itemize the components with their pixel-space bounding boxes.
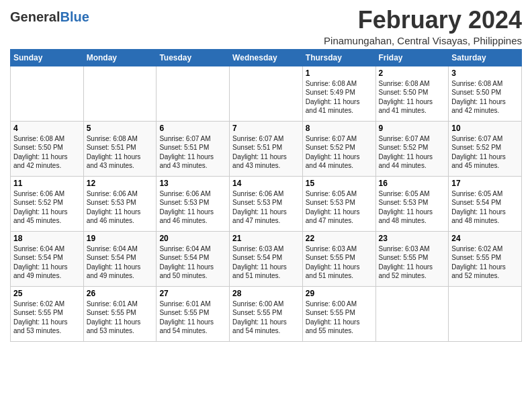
day-info: Sunrise: 6:06 AM Sunset: 5:52 PM Dayligh…: [13, 189, 81, 226]
calendar-cell: 18Sunrise: 6:04 AM Sunset: 5:54 PM Dayli…: [11, 231, 84, 286]
calendar-cell: 1Sunrise: 6:08 AM Sunset: 5:49 PM Daylig…: [302, 66, 375, 121]
calendar-cell: [83, 66, 157, 121]
column-header-thursday: Thursday: [302, 49, 375, 66]
calendar-cell: [230, 66, 303, 121]
day-info: Sunrise: 6:08 AM Sunset: 5:51 PM Dayligh…: [87, 134, 154, 171]
calendar-cell: 21Sunrise: 6:03 AM Sunset: 5:54 PM Dayli…: [230, 231, 303, 286]
day-info: Sunrise: 6:02 AM Sunset: 5:55 PM Dayligh…: [451, 244, 519, 281]
day-number: 23: [379, 234, 446, 243]
calendar-cell: 3Sunrise: 6:08 AM Sunset: 5:50 PM Daylig…: [449, 66, 522, 121]
location-title: Pinamungahan, Central Visayas, Philippin…: [324, 35, 522, 46]
day-number: 18: [13, 234, 81, 243]
calendar-cell: [449, 286, 522, 341]
calendar-cell: 14Sunrise: 6:06 AM Sunset: 5:53 PM Dayli…: [230, 176, 303, 231]
calendar-cell: 29Sunrise: 6:00 AM Sunset: 5:55 PM Dayli…: [302, 286, 375, 341]
calendar-cell: 6Sunrise: 6:07 AM Sunset: 5:51 PM Daylig…: [157, 121, 230, 176]
day-info: Sunrise: 6:00 AM Sunset: 5:55 PM Dayligh…: [306, 300, 373, 336]
calendar-table: SundayMondayTuesdayWednesdayThursdayFrid…: [10, 49, 522, 342]
day-number: 17: [451, 179, 519, 188]
calendar-cell: 23Sunrise: 6:03 AM Sunset: 5:55 PM Dayli…: [375, 231, 449, 286]
calendar-cell: 22Sunrise: 6:03 AM Sunset: 5:55 PM Dayli…: [302, 231, 375, 286]
day-info: Sunrise: 6:07 AM Sunset: 5:52 PM Dayligh…: [451, 134, 519, 171]
calendar-cell: [11, 66, 84, 121]
day-number: 4: [13, 124, 81, 133]
calendar-cell: 4Sunrise: 6:08 AM Sunset: 5:50 PM Daylig…: [11, 121, 84, 176]
calendar-cell: 8Sunrise: 6:07 AM Sunset: 5:52 PM Daylig…: [302, 121, 375, 176]
day-number: 22: [306, 234, 373, 243]
logo-blue-text: Blue: [60, 9, 89, 24]
day-info: Sunrise: 6:00 AM Sunset: 5:55 PM Dayligh…: [232, 300, 300, 336]
day-number: 21: [232, 234, 300, 243]
calendar-cell: 9Sunrise: 6:07 AM Sunset: 5:52 PM Daylig…: [375, 121, 449, 176]
day-info: Sunrise: 6:03 AM Sunset: 5:55 PM Dayligh…: [306, 244, 373, 281]
day-number: 9: [379, 124, 446, 133]
day-number: 14: [232, 179, 300, 188]
calendar-cell: [157, 66, 230, 121]
day-number: 15: [306, 179, 373, 188]
day-number: 1: [306, 68, 373, 78]
day-number: 25: [13, 289, 81, 298]
day-info: Sunrise: 6:05 AM Sunset: 5:53 PM Dayligh…: [306, 189, 373, 226]
calendar-cell: 7Sunrise: 6:07 AM Sunset: 5:51 PM Daylig…: [230, 121, 303, 176]
month-title: February 2024: [324, 7, 522, 34]
calendar-week-row: 25Sunrise: 6:02 AM Sunset: 5:55 PM Dayli…: [11, 286, 522, 341]
calendar-cell: 27Sunrise: 6:01 AM Sunset: 5:55 PM Dayli…: [157, 286, 230, 341]
day-info: Sunrise: 6:02 AM Sunset: 5:55 PM Dayligh…: [13, 300, 81, 336]
calendar-cell: 19Sunrise: 6:04 AM Sunset: 5:54 PM Dayli…: [83, 231, 157, 286]
calendar-cell: 12Sunrise: 6:06 AM Sunset: 5:53 PM Dayli…: [83, 176, 157, 231]
title-area: February 2024 Pinamungahan, Central Visa…: [324, 7, 522, 46]
day-info: Sunrise: 6:06 AM Sunset: 5:53 PM Dayligh…: [159, 189, 226, 226]
calendar-cell: 24Sunrise: 6:02 AM Sunset: 5:55 PM Dayli…: [449, 231, 522, 286]
calendar-week-row: 18Sunrise: 6:04 AM Sunset: 5:54 PM Dayli…: [11, 231, 522, 286]
day-info: Sunrise: 6:06 AM Sunset: 5:53 PM Dayligh…: [87, 189, 154, 226]
day-info: Sunrise: 6:07 AM Sunset: 5:52 PM Dayligh…: [379, 134, 446, 171]
column-header-sunday: Sunday: [11, 49, 84, 66]
column-header-monday: Monday: [83, 49, 157, 66]
calendar-cell: 11Sunrise: 6:06 AM Sunset: 5:52 PM Dayli…: [11, 176, 84, 231]
day-info: Sunrise: 6:07 AM Sunset: 5:52 PM Dayligh…: [306, 134, 373, 171]
calendar-cell: 2Sunrise: 6:08 AM Sunset: 5:50 PM Daylig…: [375, 66, 449, 121]
day-info: Sunrise: 6:04 AM Sunset: 5:54 PM Dayligh…: [159, 244, 226, 281]
day-number: 29: [306, 289, 373, 298]
day-info: Sunrise: 6:05 AM Sunset: 5:54 PM Dayligh…: [451, 189, 519, 226]
calendar-week-row: 4Sunrise: 6:08 AM Sunset: 5:50 PM Daylig…: [11, 121, 522, 176]
logo-general-text: General: [10, 9, 60, 24]
day-info: Sunrise: 6:08 AM Sunset: 5:50 PM Dayligh…: [379, 79, 446, 116]
day-number: 28: [232, 289, 300, 298]
day-number: 16: [379, 179, 446, 188]
day-number: 24: [451, 234, 519, 243]
calendar-cell: 16Sunrise: 6:05 AM Sunset: 5:53 PM Dayli…: [375, 176, 449, 231]
day-number: 5: [87, 124, 154, 133]
day-number: 20: [159, 234, 226, 243]
day-info: Sunrise: 6:05 AM Sunset: 5:53 PM Dayligh…: [379, 189, 446, 226]
day-number: 26: [87, 289, 154, 298]
calendar-week-row: 11Sunrise: 6:06 AM Sunset: 5:52 PM Dayli…: [11, 176, 522, 231]
day-number: 19: [87, 234, 154, 243]
calendar-cell: 10Sunrise: 6:07 AM Sunset: 5:52 PM Dayli…: [449, 121, 522, 176]
day-info: Sunrise: 6:04 AM Sunset: 5:54 PM Dayligh…: [13, 244, 81, 281]
calendar-cell: 17Sunrise: 6:05 AM Sunset: 5:54 PM Dayli…: [449, 176, 522, 231]
day-info: Sunrise: 6:04 AM Sunset: 5:54 PM Dayligh…: [87, 244, 154, 281]
header: GeneralBlue February 2024 Pinamungahan, …: [10, 7, 522, 46]
calendar-cell: 28Sunrise: 6:00 AM Sunset: 5:55 PM Dayli…: [230, 286, 303, 341]
day-number: 8: [306, 124, 373, 133]
day-number: 3: [451, 68, 519, 78]
calendar-cell: [375, 286, 449, 341]
day-number: 2: [379, 68, 446, 78]
day-number: 13: [159, 179, 226, 188]
day-number: 12: [87, 179, 154, 188]
day-number: 6: [159, 124, 226, 133]
day-number: 10: [451, 124, 519, 133]
day-number: 11: [13, 179, 81, 188]
column-header-saturday: Saturday: [449, 49, 522, 66]
calendar-cell: 26Sunrise: 6:01 AM Sunset: 5:55 PM Dayli…: [83, 286, 157, 341]
column-header-friday: Friday: [375, 49, 449, 66]
day-number: 7: [232, 124, 300, 133]
day-info: Sunrise: 6:03 AM Sunset: 5:55 PM Dayligh…: [379, 244, 446, 281]
calendar-cell: 20Sunrise: 6:04 AM Sunset: 5:54 PM Dayli…: [157, 231, 230, 286]
day-info: Sunrise: 6:07 AM Sunset: 5:51 PM Dayligh…: [232, 134, 300, 171]
column-header-wednesday: Wednesday: [230, 49, 303, 66]
day-info: Sunrise: 6:01 AM Sunset: 5:55 PM Dayligh…: [87, 300, 154, 336]
day-number: 27: [159, 289, 226, 298]
day-info: Sunrise: 6:03 AM Sunset: 5:54 PM Dayligh…: [232, 244, 300, 281]
